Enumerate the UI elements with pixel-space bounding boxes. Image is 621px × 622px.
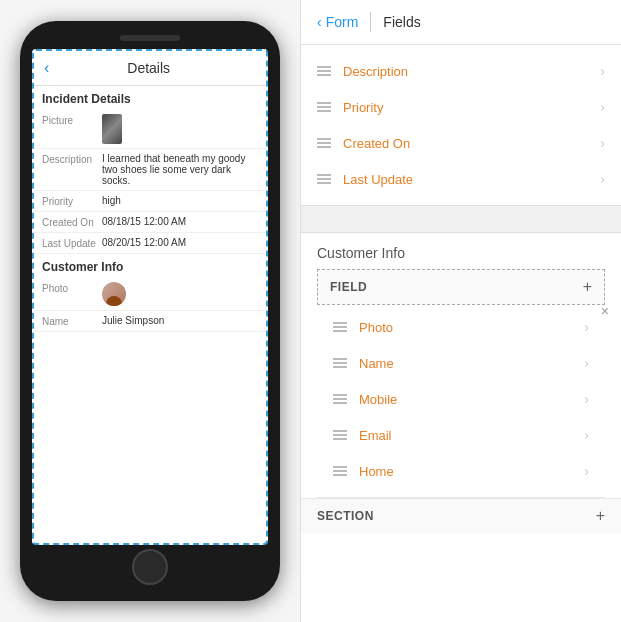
customer-field-home[interactable]: Home › xyxy=(317,453,605,489)
field-item-description[interactable]: Description › xyxy=(301,53,621,89)
field-name-home: Home xyxy=(359,464,584,479)
drag-handle-created-on xyxy=(317,138,331,148)
chevron-right-icon-email: › xyxy=(584,427,589,443)
form-link-label: Form xyxy=(326,14,359,30)
drag-handle-home xyxy=(333,466,347,476)
last-update-value: 08/20/15 12:00 AM xyxy=(102,237,258,248)
field-name-photo: Photo xyxy=(359,320,584,335)
field-name-email: Email xyxy=(359,428,584,443)
customer-field-name[interactable]: Name › xyxy=(317,345,605,381)
description-value: I learned that beneath my goody two shoe… xyxy=(102,153,258,186)
picture-image xyxy=(102,114,122,144)
name-label: Name xyxy=(42,315,102,327)
customer-field-email[interactable]: Email › xyxy=(317,417,605,453)
right-panel: ‹ Form Fields Description › Priority › xyxy=(300,0,621,622)
customer-field-mobile[interactable]: Mobile › xyxy=(317,381,605,417)
screen-header: ‹ Details xyxy=(34,51,266,86)
chevron-right-icon-mobile: › xyxy=(584,391,589,407)
field-name-created-on: Created On xyxy=(343,136,600,151)
drag-handle-email xyxy=(333,430,347,440)
screen-scroll: Incident Details Picture Description I l… xyxy=(34,86,266,543)
section-close-bar: × xyxy=(301,205,621,233)
last-update-label: Last Update xyxy=(42,237,102,249)
drag-handle-name xyxy=(333,358,347,368)
drag-handle-last-update xyxy=(317,174,331,184)
chevron-right-icon-home: › xyxy=(584,463,589,479)
created-on-row: Created On 08/18/15 12:00 AM xyxy=(34,212,266,233)
field-table-header: FIELD + xyxy=(317,269,605,305)
field-item-priority[interactable]: Priority › xyxy=(301,89,621,125)
drag-handle-priority xyxy=(317,102,331,112)
screen-title: Details xyxy=(57,60,240,76)
description-label: Description xyxy=(42,153,102,165)
photo-avatar xyxy=(102,282,126,306)
phone-home-button[interactable] xyxy=(132,549,168,585)
chevron-right-icon-description: › xyxy=(600,63,605,79)
field-name-description: Description xyxy=(343,64,600,79)
phone-mockup: ‹ Details Incident Details Picture Descr… xyxy=(0,0,300,622)
drag-handle-description xyxy=(317,66,331,76)
add-field-button[interactable]: + xyxy=(583,278,592,296)
customer-section-header: Customer Info xyxy=(34,254,266,278)
phone-frame: ‹ Details Incident Details Picture Descr… xyxy=(20,21,280,601)
customer-info-title: Customer Info xyxy=(317,245,605,261)
photo-row: Photo xyxy=(34,278,266,311)
drag-handle-mobile xyxy=(333,394,347,404)
field-name-priority: Priority xyxy=(343,100,600,115)
add-section-button[interactable]: + xyxy=(596,507,605,525)
description-row: Description I learned that beneath my go… xyxy=(34,149,266,191)
phone-home-area xyxy=(32,545,268,589)
header-divider xyxy=(370,12,371,32)
priority-value: high xyxy=(102,195,258,206)
back-chevron-icon: ‹ xyxy=(317,14,322,30)
chevron-right-icon-last-update: › xyxy=(600,171,605,187)
photo-label: Photo xyxy=(42,282,102,294)
name-row: Name Julie Simpson xyxy=(34,311,266,332)
created-on-value: 08/18/15 12:00 AM xyxy=(102,216,258,227)
fields-label: Fields xyxy=(383,14,420,30)
priority-label: Priority xyxy=(42,195,102,207)
chevron-right-icon-name: › xyxy=(584,355,589,371)
field-name-last-update: Last Update xyxy=(343,172,600,187)
screen-back-icon[interactable]: ‹ xyxy=(44,59,49,77)
fields-list: Description › Priority › Created On › xyxy=(301,45,621,205)
close-button[interactable]: × xyxy=(601,304,609,318)
field-name-mobile: Mobile xyxy=(359,392,584,407)
picture-row: Picture xyxy=(34,110,266,149)
section-label: SECTION xyxy=(317,509,596,523)
chevron-right-icon-priority: › xyxy=(600,99,605,115)
incident-section-header: Incident Details xyxy=(34,86,266,110)
picture-label: Picture xyxy=(42,114,102,126)
last-update-row: Last Update 08/20/15 12:00 AM xyxy=(34,233,266,254)
name-value: Julie Simpson xyxy=(102,315,258,326)
chevron-right-icon-photo: › xyxy=(584,319,589,335)
form-back-link[interactable]: ‹ Form xyxy=(317,14,358,30)
chevron-right-icon-created-on: › xyxy=(600,135,605,151)
bottom-section-bar: SECTION + xyxy=(301,498,621,533)
created-on-label: Created On xyxy=(42,216,102,228)
drag-handle-photo xyxy=(333,322,347,332)
priority-row: Priority high xyxy=(34,191,266,212)
phone-screen: ‹ Details Incident Details Picture Descr… xyxy=(32,49,268,545)
right-content: Description › Priority › Created On › xyxy=(301,45,621,622)
field-column-label: FIELD xyxy=(330,280,583,294)
customer-field-photo[interactable]: Photo › xyxy=(317,309,605,345)
field-name-name: Name xyxy=(359,356,584,371)
phone-speaker xyxy=(120,35,180,41)
field-item-created-on[interactable]: Created On › xyxy=(301,125,621,161)
right-header: ‹ Form Fields xyxy=(301,0,621,45)
field-item-last-update[interactable]: Last Update › xyxy=(301,161,621,197)
customer-info-section: Customer Info FIELD + Photo › Name › xyxy=(301,233,621,497)
